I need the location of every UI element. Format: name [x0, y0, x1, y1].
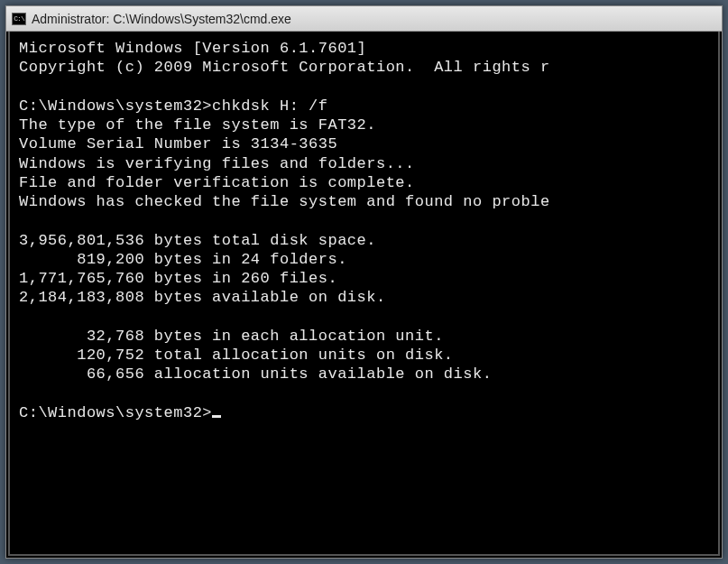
output-line: 66,656 allocation units available on dis…: [19, 365, 492, 383]
output-line: File and folder verification is complete…: [19, 174, 415, 191]
window-title: Administrator: C:\Windows\System32\cmd.e…: [32, 12, 291, 26]
terminal-output[interactable]: Microsoft Windows [Version 6.1.7601] Cop…: [8, 32, 720, 556]
output-line: C:\Windows\system32>chkdsk H: /f: [19, 97, 327, 115]
output-line: Windows has checked the file system and …: [19, 193, 550, 210]
cmd-window: C:\ Administrator: C:\Windows\System32\c…: [5, 5, 723, 559]
output-line: 3,956,801,536 bytes total disk space.: [19, 232, 376, 249]
titlebar[interactable]: C:\ Administrator: C:\Windows\System32\c…: [6, 6, 722, 32]
output-line: 819,200 bytes in 24 folders.: [19, 251, 347, 268]
prompt: C:\Windows\system32>: [19, 404, 212, 421]
output-line: The type of the file system is FAT32.: [19, 116, 376, 134]
output-line: 1,771,765,760 bytes in 260 files.: [19, 270, 337, 287]
output-line: 120,752 total allocation units on disk.: [19, 347, 454, 364]
output-line: Volume Serial Number is 3134-3635: [19, 135, 337, 153]
output-line: 32,768 bytes in each allocation unit.: [19, 328, 444, 345]
output-line: 2,184,183,808 bytes available on disk.: [19, 289, 386, 306]
cursor: [212, 415, 221, 418]
output-line: Windows is verifying files and folders..…: [19, 155, 415, 172]
output-line: Copyright (c) 2009 Microsoft Corporation…: [19, 59, 550, 76]
output-line: Microsoft Windows [Version 6.1.7601]: [19, 40, 366, 57]
cmd-icon-text: C:\: [14, 14, 23, 23]
cmd-icon: C:\: [12, 13, 26, 25]
